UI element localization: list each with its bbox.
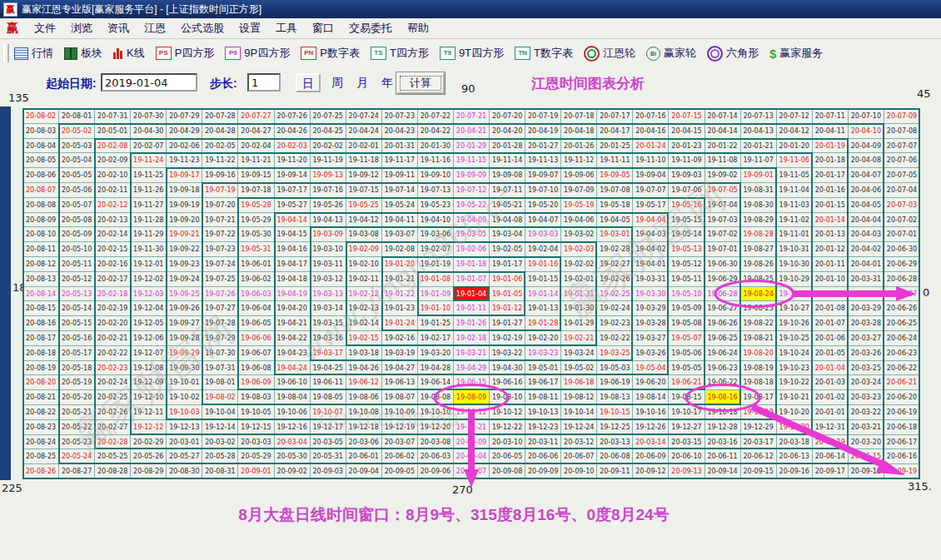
gann-time-square-grid[interactable]: 20-08-0220-08-0120-07-3120-07-3020-07-29…: [23, 109, 920, 479]
grid-date-cell: 19-10-20: [777, 405, 813, 420]
grid-date-cell: 20-07-11: [813, 109, 849, 124]
grid-date-cell: 19-10-25: [777, 331, 813, 346]
toolbar-button-T四方形[interactable]: TST四方形: [371, 46, 429, 61]
grid-date-cell: 20-03-02: [202, 435, 238, 450]
grid-date-cell: 20-02-08: [95, 139, 131, 154]
toolbar-button-赢家轮[interactable]: Bi赢家轮: [646, 46, 696, 61]
toolbar-label: T数字表: [534, 46, 573, 61]
toolbar-button-P数字表[interactable]: PNP数字表: [301, 46, 360, 61]
toolbar-button-六角形[interactable]: 六角形: [707, 46, 759, 62]
grid-date-cell: 19-05-09: [669, 301, 705, 316]
grid-date-cell: 19-06-21: [669, 375, 705, 390]
grid-date-cell: 19-01-21: [382, 272, 418, 287]
grid-date-cell: 19-06-14: [418, 375, 454, 390]
menu-item-资讯[interactable]: 资讯: [100, 19, 137, 37]
toolbar-button-江恩轮[interactable]: 江恩轮: [584, 46, 635, 62]
start-date-input[interactable]: [101, 73, 197, 92]
grid-date-cell: 19-11-14: [490, 153, 525, 168]
grid-date-cell: 20-09-04: [346, 464, 382, 479]
toolbar-button-9P四方形[interactable]: P99P四方形: [225, 46, 290, 61]
grid-date-cell: 20-09-06: [418, 464, 454, 479]
toolbar-button-K线[interactable]: K线: [113, 46, 145, 61]
grid-date-cell: 20-08-21: [23, 390, 59, 405]
grid-date-cell: 20-01-02: [813, 390, 849, 405]
grid-date-cell: 19-03-07: [382, 227, 418, 242]
grid-date-cell: 19-12-25: [597, 420, 633, 435]
grid-date-cell: 19-06-06: [238, 331, 274, 346]
grid-date-cell: 20-02-21: [95, 331, 131, 346]
grid-date-cell: 19-09-17: [167, 168, 202, 183]
grid-date-cell: 20-02-27: [95, 420, 131, 435]
grid-date-cell: 20-05-17: [59, 346, 95, 361]
toolbar-button-9T四方形[interactable]: T99T四方形: [440, 46, 504, 61]
grid-date-cell: 19-01-15: [525, 272, 561, 287]
period-year-button[interactable]: 年: [381, 76, 393, 91]
grid-date-cell: 19-11-28: [131, 213, 167, 228]
grid-date-cell: 19-12-21: [454, 420, 490, 435]
grid-date-cell: 20-04-05: [849, 198, 884, 213]
menu-item-工具[interactable]: 工具: [268, 19, 305, 37]
grid-date-cell: 20-05-20: [59, 390, 95, 405]
grid-date-cell: 19-06-17: [525, 375, 561, 390]
menu-item-浏览[interactable]: 浏览: [63, 19, 100, 37]
menu-item-帮助[interactable]: 帮助: [400, 19, 436, 37]
grid-date-cell: 20-01-14: [813, 213, 849, 228]
grid-date-cell: 19-09-07: [525, 168, 561, 183]
calculate-button[interactable]: 计算: [396, 72, 445, 94]
grid-date-cell: 20-03-29: [849, 301, 884, 316]
grid-date-cell: 19-11-09: [669, 153, 705, 168]
grid-date-cell: 19-12-09: [131, 375, 167, 390]
menu-item-文件[interactable]: 文件: [27, 19, 63, 37]
menu-item-公式选股[interactable]: 公式选股: [173, 19, 232, 37]
grid-date-cell: 19-11-26: [131, 183, 167, 198]
grid-date-cell: 19-01-23: [382, 301, 418, 316]
grid-date-cell: 19-06-11: [311, 375, 346, 390]
grid-date-cell: 19-03-24: [561, 346, 597, 361]
grid-date-cell: 20-02-09: [95, 153, 131, 168]
grid-date-cell: 20-03-19: [813, 435, 849, 450]
brand-logo-icon: 赢: [7, 21, 18, 36]
grid-date-cell: 19-08-27: [741, 242, 777, 257]
grid-date-cell: 20-02-24: [95, 375, 131, 390]
grid-date-cell: 20-08-08: [23, 198, 59, 213]
grid-date-cell: 20-06-29: [884, 257, 920, 272]
grid-date-cell: 19-08-20: [741, 346, 777, 361]
period-day-button[interactable]: 日: [296, 73, 321, 92]
grid-date-cell: 19-05-06: [669, 346, 705, 361]
menu-item-窗口[interactable]: 窗口: [305, 19, 341, 37]
grid-date-cell: 19-07-21: [202, 213, 238, 228]
grid-date-cell: 20-08-26: [23, 464, 59, 479]
period-week-button[interactable]: 周: [331, 76, 343, 91]
toolbar-button-行情[interactable]: 行情: [14, 46, 53, 61]
toolbar-button-赢家服务[interactable]: $赢家服务: [769, 46, 823, 61]
grid-date-cell: 19-04-20: [275, 301, 311, 316]
grid-date-cell: 19-04-28: [418, 361, 454, 376]
grid-date-cell: 19-02-14: [346, 316, 382, 331]
grid-date-cell: 19-07-16: [311, 183, 346, 198]
toolbar-button-P四方形[interactable]: PSP四方形: [156, 46, 215, 61]
grid-date-cell: 20-06-05: [490, 449, 525, 464]
toolbar-button-T数字表[interactable]: TNT数字表: [515, 46, 573, 61]
grid-date-cell: 19-07-23: [202, 242, 238, 257]
menu-item-设置[interactable]: 设置: [232, 19, 268, 37]
grid-date-cell: 19-11-04: [777, 183, 813, 198]
grid-date-cell: 19-01-19: [418, 257, 454, 272]
grid-date-cell: 19-11-23: [167, 153, 202, 168]
grid-date-cell: 20-07-22: [418, 109, 454, 124]
grid-date-cell: 20-01-05: [813, 346, 849, 361]
toolbar-button-板块[interactable]: 板块: [64, 46, 102, 61]
grid-date-cell: 20-08-09: [23, 213, 59, 228]
period-month-button[interactable]: 月: [356, 76, 368, 91]
grid-date-cell: 19-06-15: [454, 375, 490, 390]
menu-item-交易委托[interactable]: 交易委托: [341, 19, 400, 37]
step-input[interactable]: [247, 73, 281, 92]
menu-item-江恩[interactable]: 江恩: [137, 19, 173, 37]
grid-date-cell: 19-04-03: [633, 227, 669, 242]
grid-date-cell: 19-09-29: [167, 346, 202, 361]
grid-date-cell: 20-04-02: [849, 242, 884, 257]
grid-date-cell: 20-01-16: [813, 183, 849, 198]
toolbar-grip[interactable]: [3, 44, 9, 62]
grid-date-cell: 19-02-17: [418, 331, 454, 346]
grid-date-cell: 20-06-02: [382, 449, 418, 464]
grid-date-cell: 20-05-07: [59, 198, 95, 213]
